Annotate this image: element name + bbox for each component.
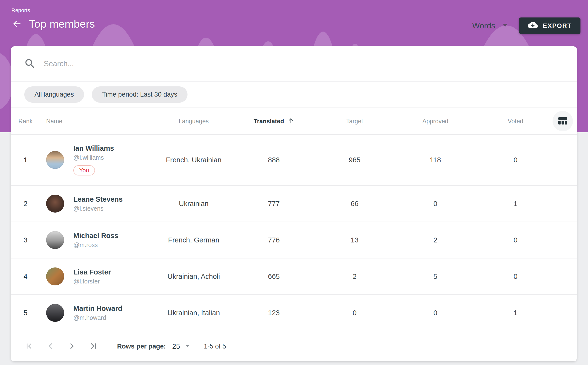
search-input[interactable] [44, 59, 563, 68]
first-page-icon [25, 341, 34, 351]
avatar [46, 151, 64, 169]
page-title: Top members [29, 18, 95, 30]
target-value: 66 [317, 200, 392, 208]
column-header-rank[interactable]: Rank [11, 118, 40, 125]
target-value: 2 [317, 273, 392, 281]
next-page-button[interactable] [67, 341, 77, 351]
voted-value: 1 [478, 309, 553, 317]
avatar [46, 231, 64, 249]
approved-value: 118 [392, 156, 478, 164]
languages-value: French, Ukrainian [157, 156, 231, 164]
column-header-languages[interactable]: Languages [157, 118, 231, 125]
avatar [46, 267, 64, 285]
rank-value: 5 [11, 309, 40, 317]
member-name: Ian Williams [73, 144, 114, 152]
rows-per-page-select[interactable]: 25 [172, 342, 190, 350]
report-unit-select[interactable]: Words [472, 21, 508, 30]
target-value: 965 [317, 156, 392, 164]
member-handle: @l.stevens [73, 205, 123, 212]
approved-value: 2 [392, 236, 478, 244]
member-name: Michael Ross [73, 232, 118, 240]
table-header: Rank Name Languages Translated Target Ap… [11, 108, 577, 135]
rank-value: 4 [11, 273, 40, 281]
search-bar [11, 46, 577, 82]
rows-per-page-label: Rows per page: [117, 343, 166, 350]
last-page-icon [89, 341, 98, 351]
member-name: Leane Stevens [73, 195, 123, 203]
chevron-right-icon [67, 341, 77, 351]
rank-value: 3 [11, 236, 40, 244]
column-header-approved[interactable]: Approved [392, 118, 478, 125]
breadcrumb: Reports [11, 7, 30, 14]
rank-value: 2 [11, 200, 40, 208]
column-header-name[interactable]: Name [40, 118, 157, 125]
export-button-label: EXPORT [543, 22, 572, 30]
table-row[interactable]: 1 Ian Williams @i.williams You French, U… [11, 135, 577, 186]
avatar [46, 195, 64, 213]
member-handle: @m.ross [73, 241, 118, 249]
member-name: Martin Howard [73, 305, 122, 313]
table-columns-icon [557, 116, 568, 127]
translated-value: 123 [231, 309, 317, 317]
filter-bar: All languages Time period: Last 30 days [11, 82, 577, 108]
column-header-target[interactable]: Target [317, 118, 392, 125]
export-button[interactable]: EXPORT [519, 17, 580, 34]
rows-per-page-value: 25 [172, 342, 180, 350]
back-button[interactable] [11, 18, 23, 30]
filter-chip-time-period[interactable]: Time period: Last 30 days [92, 86, 187, 103]
filter-chip-languages[interactable]: All languages [24, 86, 84, 103]
column-header-translated-label: Translated [254, 118, 284, 125]
voted-value: 1 [478, 200, 553, 208]
target-value: 13 [317, 236, 392, 244]
chevron-down-icon [503, 24, 508, 28]
table-row[interactable]: 4 Lisa Foster @l.forster Ukrainian, Acho… [11, 258, 577, 295]
languages-value: Ukrainian, Acholi [157, 273, 231, 281]
report-unit-value: Words [472, 21, 495, 30]
voted-value: 0 [478, 156, 553, 164]
languages-value: Ukrainian, Italian [157, 309, 231, 317]
translated-value: 665 [231, 273, 317, 281]
member-handle: @m.howard [73, 314, 122, 321]
search-icon [24, 58, 35, 70]
voted-value: 0 [478, 236, 553, 244]
first-page-button[interactable] [24, 341, 34, 351]
table-row[interactable]: 5 Martin Howard @m.howard Ukrainian, Ita… [11, 295, 577, 331]
previous-page-button[interactable] [46, 341, 55, 351]
column-header-translated[interactable]: Translated [231, 117, 317, 125]
member-handle: @i.williams [73, 154, 114, 161]
translated-value: 777 [231, 200, 317, 208]
arrow-left-icon [12, 19, 22, 29]
chevron-left-icon [46, 341, 55, 351]
avatar [46, 304, 64, 322]
languages-value: Ukrainian [157, 200, 231, 208]
cloud-download-icon [528, 21, 538, 31]
you-badge: You [73, 165, 95, 175]
rank-value: 1 [11, 156, 40, 164]
pagination-bar: Rows per page: 25 1-5 of 5 [11, 331, 577, 361]
table-row[interactable]: 3 Michael Ross @m.ross French, German 77… [11, 222, 577, 258]
translated-value: 776 [231, 236, 317, 244]
target-value: 0 [317, 309, 392, 317]
last-page-button[interactable] [88, 341, 98, 351]
languages-value: French, German [157, 236, 231, 244]
member-name: Lisa Foster [73, 268, 111, 276]
member-handle: @l.forster [73, 278, 111, 285]
approved-value: 0 [392, 200, 478, 208]
translated-value: 888 [231, 156, 317, 164]
approved-value: 0 [392, 309, 478, 317]
voted-value: 0 [478, 273, 553, 281]
sort-ascending-icon [288, 117, 294, 125]
column-header-voted[interactable]: Voted [478, 118, 553, 125]
report-card: All languages Time period: Last 30 days … [11, 46, 577, 361]
approved-value: 5 [392, 273, 478, 281]
pagination-range: 1-5 of 5 [204, 343, 226, 350]
column-settings-button[interactable] [553, 111, 573, 131]
table-row[interactable]: 2 Leane Stevens @l.stevens Ukrainian 777… [11, 186, 577, 222]
chevron-down-icon [185, 344, 190, 348]
